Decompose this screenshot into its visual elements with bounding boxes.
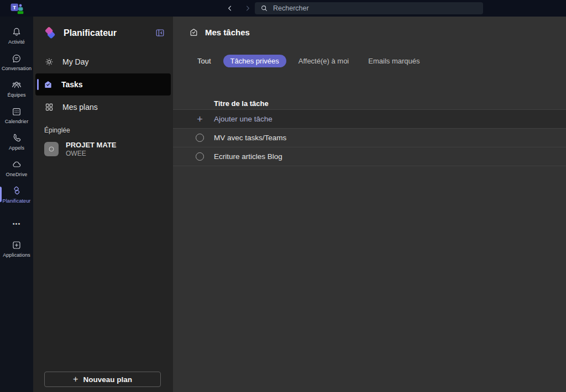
rail-item-label: Calendrier bbox=[5, 119, 29, 124]
people-icon bbox=[11, 80, 22, 91]
sidebar-header: Planificateur bbox=[33, 17, 173, 46]
tab-private-tasks[interactable]: Tâches privées bbox=[223, 55, 286, 67]
plan-avatar bbox=[44, 142, 59, 156]
task-row[interactable]: Ecriture articles Blog bbox=[173, 147, 566, 166]
svg-text:T: T bbox=[13, 4, 16, 10]
rail-item-label: Applications bbox=[3, 252, 30, 258]
planner-sidebar: Planificateur My Day Tasks bbox=[33, 17, 173, 392]
rail-item-planner[interactable]: Planificateur bbox=[0, 181, 33, 208]
tab-all[interactable]: Tout bbox=[190, 55, 218, 67]
pinned-section-label: Épinglée bbox=[33, 118, 173, 136]
tab-assigned-to-me[interactable]: Affecté(e) à moi bbox=[291, 55, 357, 67]
plus-icon: + bbox=[73, 374, 78, 384]
page-title: Mes tâches bbox=[205, 28, 250, 37]
main-panel: Mes tâches Tout Tâches privées Affecté(e… bbox=[173, 17, 566, 392]
column-header: Titre de la tâche bbox=[173, 98, 566, 110]
rail-item-label: Appels bbox=[9, 145, 24, 151]
plan-title: PROJET MATE bbox=[66, 141, 117, 150]
sidebar-item-label: My Day bbox=[62, 57, 88, 66]
main-header: Mes tâches bbox=[189, 28, 250, 37]
rail-item-apps[interactable]: Applications bbox=[0, 235, 33, 262]
teams-logo-icon: T bbox=[10, 2, 25, 15]
rail-item-calendar[interactable]: Calendrier bbox=[0, 102, 33, 128]
task-row[interactable]: MV avec tasks/Teams bbox=[173, 129, 566, 147]
sidebar-item-my-day[interactable]: My Day bbox=[36, 51, 170, 72]
phone-icon bbox=[11, 133, 22, 144]
sidebar-item-label: Mes plans bbox=[62, 103, 98, 112]
rail-item-label: Activité bbox=[8, 39, 25, 45]
new-plan-label: Nouveau plan bbox=[83, 375, 132, 384]
search-icon bbox=[260, 4, 268, 12]
sidebar-nav: My Day Tasks Mes plans bbox=[33, 46, 173, 118]
task-title: Ecriture articles Blog bbox=[214, 152, 282, 161]
pinned-plan-item[interactable]: PROJET MATE OWEE bbox=[33, 136, 173, 162]
tab-flagged-emails[interactable]: Emails marqués bbox=[361, 55, 427, 67]
new-plan-button[interactable]: + Nouveau plan bbox=[44, 372, 161, 387]
plus-icon: + bbox=[197, 114, 203, 124]
bell-icon bbox=[11, 27, 22, 38]
history-nav bbox=[226, 0, 252, 17]
collapse-panel-icon[interactable] bbox=[155, 28, 165, 38]
forward-arrow-icon[interactable] bbox=[243, 4, 252, 13]
add-app-icon bbox=[11, 240, 22, 251]
cloud-icon bbox=[11, 159, 22, 170]
rail-item-label: Conversation bbox=[2, 66, 32, 71]
rail-item-onedrive[interactable]: OneDrive bbox=[0, 155, 33, 181]
add-task-row[interactable]: + Ajouter une tâche bbox=[173, 110, 566, 129]
rail-item-calls[interactable]: Appels bbox=[0, 128, 33, 155]
plan-subtitle: OWEE bbox=[66, 150, 117, 157]
app-title: Planificateur bbox=[64, 28, 149, 38]
planner-icon bbox=[11, 186, 22, 197]
rail-item-label: Planificateur bbox=[3, 198, 31, 204]
task-checkbox[interactable] bbox=[196, 152, 204, 161]
sun-icon bbox=[44, 57, 54, 67]
rail-item-teams[interactable]: Équipes bbox=[0, 75, 33, 102]
calendar-icon bbox=[11, 106, 22, 117]
chat-icon bbox=[11, 53, 22, 64]
my-tasks-icon bbox=[189, 28, 198, 37]
sidebar-item-label: Tasks bbox=[61, 80, 83, 89]
title-bar: T Rechercher bbox=[0, 0, 566, 17]
rail-item-chat[interactable]: Conversation bbox=[0, 49, 33, 75]
back-arrow-icon[interactable] bbox=[226, 4, 234, 13]
search-placeholder: Rechercher bbox=[273, 4, 309, 12]
grid-icon bbox=[44, 102, 54, 112]
sidebar-item-my-plans[interactable]: Mes plans bbox=[36, 97, 170, 118]
tasks-icon bbox=[43, 80, 53, 89]
teams-window: T Rechercher Activité bbox=[0, 0, 566, 392]
more-apps-button[interactable]: ••• bbox=[13, 216, 21, 231]
planner-logo-icon bbox=[44, 26, 57, 40]
add-task-label: Ajouter une tâche bbox=[214, 115, 272, 123]
rail-item-label: Équipes bbox=[7, 92, 25, 98]
rail-item-label: OneDrive bbox=[6, 172, 28, 177]
tasks-table: Titre de la tâche + Ajouter une tâche MV… bbox=[173, 98, 566, 166]
filter-tabs: Tout Tâches privées Affecté(e) à moi Ema… bbox=[190, 55, 427, 67]
task-checkbox[interactable] bbox=[196, 134, 204, 142]
app-rail: Activité Conversation Équipes Calendrier bbox=[0, 17, 33, 392]
rail-item-activity[interactable]: Activité bbox=[0, 22, 33, 49]
ellipsis-icon: ••• bbox=[13, 220, 21, 227]
sidebar-item-tasks[interactable]: Tasks bbox=[35, 73, 171, 96]
task-title: MV avec tasks/Teams bbox=[214, 134, 286, 142]
search-input[interactable]: Rechercher bbox=[255, 2, 483, 14]
